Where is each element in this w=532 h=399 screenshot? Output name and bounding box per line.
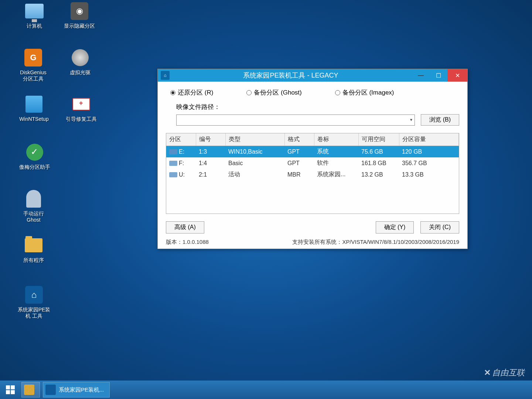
col-free[interactable]: 可用空间 [358, 133, 399, 146]
minimize-button[interactable]: — [412, 69, 430, 82]
path-label: 映像文件路径： [176, 103, 220, 111]
eye-icon: ◉ [71, 2, 88, 20]
app-window: ⌂ 系统家园PE装机工具 - LEGACY — ☐ ✕ 还原分区 (R) 备份分… [157, 69, 468, 249]
svg-rect-2 [6, 390, 10, 394]
desktop-icon-computer[interactable]: 计算机 [14, 1, 55, 29]
browse-button[interactable]: 浏览 (B) [421, 114, 459, 126]
taskbar-pe-tool[interactable]: 系统家园PE装机... [43, 382, 110, 398]
support-label: 支持安装所有系统：XP/VISTA/WIN7/8/8.1/10/2003/200… [292, 239, 459, 246]
disc-icon [72, 49, 89, 66]
drive-icon [169, 172, 177, 177]
icon-label: 显示隐藏分区 [59, 23, 100, 29]
drive-icon [169, 161, 177, 166]
drive-icon [169, 149, 177, 154]
table-row[interactable]: U:2:1活动MBR系统家园...13.2 GB13.3 GB [166, 169, 459, 180]
app-icon [45, 385, 56, 395]
desktop-icon-all-programs[interactable]: 所有程序 [13, 235, 54, 263]
table-row[interactable]: F:1:4BasicGPT软件161.8 GB356.7 GB [166, 157, 459, 169]
computer-icon [25, 4, 44, 18]
folder-icon [25, 238, 42, 252]
close-button[interactable]: ✕ [447, 69, 467, 82]
taskbar-explorer[interactable] [21, 382, 40, 398]
icon-label: 手动运行 Ghost [13, 211, 54, 223]
titlebar[interactable]: ⌂ 系统家园PE装机工具 - LEGACY — ☐ ✕ [158, 69, 467, 82]
ok-button[interactable]: 确定 (Y) [376, 221, 414, 233]
radio-backup-imagex[interactable]: 备份分区 (Imagex) [335, 88, 394, 97]
check-icon [26, 144, 43, 161]
icon-label: 虚拟光驱 [60, 69, 100, 76]
x-icon: ✕ [484, 368, 491, 378]
chevron-down-icon: ▾ [410, 117, 412, 122]
windows-icon [6, 385, 15, 395]
task-label: 系统家园PE装机... [59, 386, 104, 393]
desktop-icon-winntsetup[interactable]: WinNTSetup [11, 94, 57, 122]
taskbar: 系统家园PE装机... [0, 381, 532, 399]
col-number[interactable]: 编号 [196, 133, 225, 146]
toolbox-icon [72, 98, 90, 110]
partition-table: 分区 编号 类型 格式 卷标 可用空间 分区容量 E:1:3WIN10,Basi… [166, 133, 459, 214]
diskgenius-icon: G [24, 49, 42, 66]
image-path-dropdown[interactable]: ▾ [176, 115, 415, 126]
advanced-button[interactable]: 高级 (A) [166, 221, 204, 233]
radio-label: 备份分区 (Ghost) [254, 88, 301, 97]
col-partition[interactable]: 分区 [166, 133, 196, 146]
desktop-icon-boot-repair[interactable]: 引导修复工具 [59, 94, 103, 122]
col-format[interactable]: 格式 [284, 133, 314, 146]
desktop-icon-pe-tool[interactable]: ⌂ 系统家园PE装 机 工具 [11, 284, 57, 319]
svg-rect-1 [11, 385, 15, 389]
icon-label: 傲梅分区助手 [13, 164, 57, 170]
radio-icon [335, 90, 340, 95]
desktop-icon-diskgenius[interactable]: G DiskGenius 分区工具 [11, 47, 55, 82]
icon-label: 所有程序 [13, 257, 54, 263]
icon-label: 引导修复工具 [59, 116, 103, 122]
radio-icon [246, 90, 252, 95]
icon-label: 计算机 [14, 23, 55, 29]
watermark: ✕ 自由互联 [484, 367, 525, 378]
house-icon: ⌂ [25, 286, 43, 304]
radio-label: 备份分区 (Imagex) [342, 88, 394, 97]
desktop-icon-ghost[interactable]: 手动运行 Ghost [13, 188, 54, 223]
cancel-button[interactable]: 关闭 (C) [420, 221, 459, 233]
desktop-icon-aomei[interactable]: 傲梅分区助手 [13, 142, 57, 170]
col-capacity[interactable]: 分区容量 [399, 133, 459, 146]
maximize-button[interactable]: ☐ [430, 69, 447, 82]
folder-icon [24, 385, 34, 395]
setup-icon [25, 96, 42, 113]
icon-label: WinNTSetup [11, 116, 57, 122]
app-icon: ⌂ [161, 71, 170, 80]
window-content: 还原分区 (R) 备份分区 (Ghost) 备份分区 (Imagex) 映像文件… [158, 82, 467, 249]
col-type[interactable]: 类型 [225, 133, 284, 146]
col-volume[interactable]: 卷标 [314, 133, 358, 146]
radio-label: 还原分区 (R) [178, 88, 213, 97]
start-button[interactable] [2, 382, 18, 398]
svg-rect-3 [11, 390, 15, 394]
radio-icon [170, 90, 175, 95]
svg-rect-0 [6, 385, 10, 389]
desktop-icon-show-hidden[interactable]: ◉ 显示隐藏分区 [59, 1, 100, 29]
radio-backup-ghost[interactable]: 备份分区 (Ghost) [246, 88, 301, 97]
icon-label: DiskGenius 分区工具 [11, 69, 55, 82]
radio-restore[interactable]: 还原分区 (R) [170, 88, 213, 97]
ghost-icon [26, 190, 41, 208]
table-row[interactable]: E:1:3WIN10,BasicGPT系统75.6 GB120 GB [166, 146, 459, 158]
table-empty-area[interactable] [166, 180, 459, 214]
version-label: 版本：1.0.0.1088 [166, 239, 209, 246]
icon-label: 系统家园PE装 机 工具 [11, 307, 57, 319]
window-title: 系统家园PE装机工具 - LEGACY [170, 71, 412, 80]
desktop-icon-virtual-drive[interactable]: 虚拟光驱 [60, 47, 100, 76]
